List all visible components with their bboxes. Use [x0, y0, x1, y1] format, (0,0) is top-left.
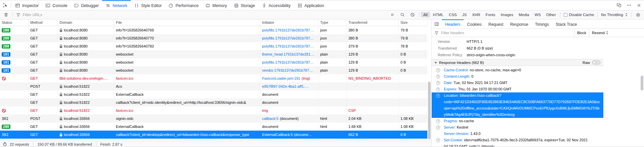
column-header-method[interactable]: Method	[29, 19, 58, 26]
initiator-link[interactable]: vendor.1791b137de281b787…	[262, 68, 313, 72]
type-filter-js[interactable]: JS	[460, 12, 469, 17]
close-devtools-button[interactable]	[634, 0, 644, 10]
header-row[interactable]: ?Location: bitwarden://sso-callback?code…	[432, 92, 603, 118]
type-filter-media[interactable]: Media	[516, 12, 531, 17]
initiator-link[interactable]: FaviconLoader.jsm:191	[262, 76, 300, 80]
filter-urls-input[interactable]	[22, 12, 385, 17]
help-icon[interactable]: ?	[436, 119, 440, 123]
request-row[interactable]: GETlocalhost:51822ExternalCallbackdocume…	[0, 90, 427, 98]
request-row[interactable]: 200GETlocalhost:8080info?t=1635826640769…	[0, 26, 427, 34]
type-filter-images[interactable]: Images	[498, 12, 516, 17]
header-row[interactable]: ?Pragma: no-cache	[432, 118, 603, 124]
initiator-link[interactable]: e957f897-042e-4ba1-aff1-…	[262, 84, 309, 88]
request-row[interactable]: GETlocalhost:51822callback?client_id=oid…	[0, 98, 427, 106]
request-list-pane: StatusMethodDomainFileInitiatorTypeTrans…	[0, 19, 432, 147]
request-row[interactable]: GETlocalhost:51822favicon.icoimgCSP	[0, 106, 427, 115]
toolbox-tab-debugger[interactable]: Debugger	[71, 0, 102, 10]
column-header-size[interactable]: Size	[399, 19, 428, 26]
detail-scrollbar-thumb[interactable]	[641, 76, 643, 90]
pick-element-button[interactable]	[0, 0, 10, 10]
help-icon[interactable]: ?	[436, 87, 440, 91]
help-icon[interactable]: ?	[436, 126, 440, 130]
request-row[interactable]: 302POSTlocalhost:33656signin-oidccallbac…	[0, 115, 427, 123]
help-icon[interactable]: ?	[436, 138, 440, 142]
throttling-select[interactable]: No Throttling	[599, 13, 630, 17]
column-header-type[interactable]: Type	[318, 19, 347, 26]
type-filter-other[interactable]: Other	[544, 12, 558, 17]
resend-button[interactable]: Resend	[589, 29, 611, 37]
request-row[interactable]: 302GETlocalhost:33656callback?client_id=…	[0, 131, 427, 139]
toolbox-tab-inspector[interactable]: Inspector	[12, 0, 42, 10]
detail-tab-headers[interactable]: Headers	[442, 19, 464, 28]
header-row[interactable]: ?Server: Kestrel	[432, 124, 603, 131]
detail-tab-cookies[interactable]: Cookies	[464, 19, 485, 28]
header-row[interactable]: Server-Version: 1.43.0	[432, 131, 603, 137]
type-filter-ws[interactable]: WS	[532, 12, 543, 17]
request-row[interactable]: GET8bit-solutions-dev.onelogin.…favicon.…	[0, 74, 427, 82]
type-filter-all[interactable]: All	[421, 12, 430, 17]
column-header-transferred[interactable]: Transferred	[347, 19, 399, 26]
header-row[interactable]: ?Expires: Thu, 01 Jan 1970 00:00:00 GMT	[432, 86, 603, 92]
detail-tab-stack-trace[interactable]: Stack Trace	[552, 19, 580, 28]
header-row[interactable]: ?Set-Cookie: idsrv=adf6cba1-7075-402b-9e…	[432, 137, 603, 147]
initiator-link[interactable]: polyfills.1791b137de281b787…	[262, 44, 314, 48]
method-cell: GET	[29, 34, 58, 42]
network-settings-button[interactable]	[633, 12, 643, 17]
filter-headers-input[interactable]	[440, 30, 571, 35]
toolbox-tab-style-editor[interactable]: Style Editor	[131, 0, 165, 10]
detail-tab-timings[interactable]: Timings	[531, 19, 552, 28]
help-icon[interactable]: ?	[436, 75, 440, 79]
disable-cache-checkbox[interactable]	[564, 13, 567, 17]
type-filter-css[interactable]: CSS	[446, 12, 459, 17]
scrollbar-thumb[interactable]	[428, 82, 431, 139]
toolbox-meatball-menu-button[interactable]	[624, 0, 634, 10]
request-row[interactable]: 101GETlocalhost:8080websocketpolyfills.1…	[0, 58, 427, 66]
request-row[interactable]: 200GETlocalhost:8080info?t=1635826640770…	[0, 34, 427, 42]
clear-requests-button[interactable]	[1, 12, 11, 17]
pause-recording-button[interactable]	[387, 12, 397, 17]
expand-caret-icon	[434, 61, 437, 64]
header-row[interactable]: ?Content-Length: 0	[432, 73, 603, 80]
block-url-button[interactable]: Block	[574, 29, 589, 37]
toolbox-tab-network[interactable]: Network	[102, 0, 131, 10]
column-header-file[interactable]: File	[114, 19, 260, 26]
column-header-domain[interactable]: Domain	[58, 19, 114, 26]
header-row[interactable]: ?Date: Tue, 02 Nov 2021 04:17:21 GMT	[432, 80, 603, 86]
toolbox-tab-storage[interactable]: Storage	[230, 0, 258, 10]
request-list-scrollbar[interactable]	[427, 26, 431, 141]
help-icon[interactable]: ?	[436, 81, 440, 85]
request-row[interactable]: 200GETlocalhost:8080info?t=1635826640783…	[0, 42, 427, 50]
initiator-link[interactable]: callback:5	[262, 117, 278, 121]
responsive-design-mode-button[interactable]	[614, 0, 624, 10]
type-filter-fonts[interactable]: Fonts	[483, 12, 498, 17]
type-filter-xhr[interactable]: XHR	[470, 12, 482, 17]
toolbox-tab-application[interactable]: Application	[294, 0, 328, 10]
toolbox-tab-memory[interactable]: Memory	[202, 0, 230, 10]
type-filter-html[interactable]: HTML	[431, 12, 446, 17]
detail-tab-request[interactable]: Request	[485, 19, 507, 28]
toolbox-tab-accessibility[interactable]: Accessibility	[258, 0, 294, 10]
request-row[interactable]: 200GETlocalhost:33656ExternalCallbackdoc…	[0, 123, 427, 131]
sidebar-toggle-button[interactable]	[432, 19, 442, 28]
search-button[interactable]	[397, 12, 407, 17]
stopwatch-icon[interactable]	[3, 142, 7, 146]
response-headers-section[interactable]: Response Headers (662 B) Raw	[432, 59, 603, 66]
header-row[interactable]: ?Cache-Control: no-store, no-cache, max-…	[432, 67, 603, 73]
initiator-link[interactable]: theme_head.1791b137de281…	[262, 52, 314, 56]
toolbox-tab-console[interactable]: Console	[42, 0, 71, 10]
toolbox-tab-performance[interactable]: Performance	[165, 0, 202, 10]
help-icon[interactable]: ?	[436, 68, 440, 72]
initiator-link[interactable]: polyfills.1791b137de281b787…	[262, 60, 314, 64]
help-icon[interactable]: ?	[436, 94, 440, 98]
request-row[interactable]: POSTlocalhost:51822Acse957f897-042e-4ba1…	[0, 82, 427, 90]
request-row[interactable]: 101GETlocalhost:8080websockettheme_head.…	[0, 50, 427, 58]
raw-toggle[interactable]	[592, 60, 601, 65]
detail-tab-response[interactable]: Response	[507, 19, 531, 28]
column-header-status[interactable]: Status	[0, 19, 29, 26]
initiator-link[interactable]: polyfills.1791b137de281b787…	[262, 28, 314, 32]
initiator-link[interactable]: polyfills.1791b137de281b787…	[262, 36, 314, 40]
request-row[interactable]: 101GETlocalhost:8080websocketvendor.1791…	[0, 66, 427, 74]
block-requests-button[interactable]	[407, 12, 418, 17]
column-header-initiator[interactable]: Initiator	[260, 19, 318, 26]
method-cell: GET	[29, 131, 58, 139]
